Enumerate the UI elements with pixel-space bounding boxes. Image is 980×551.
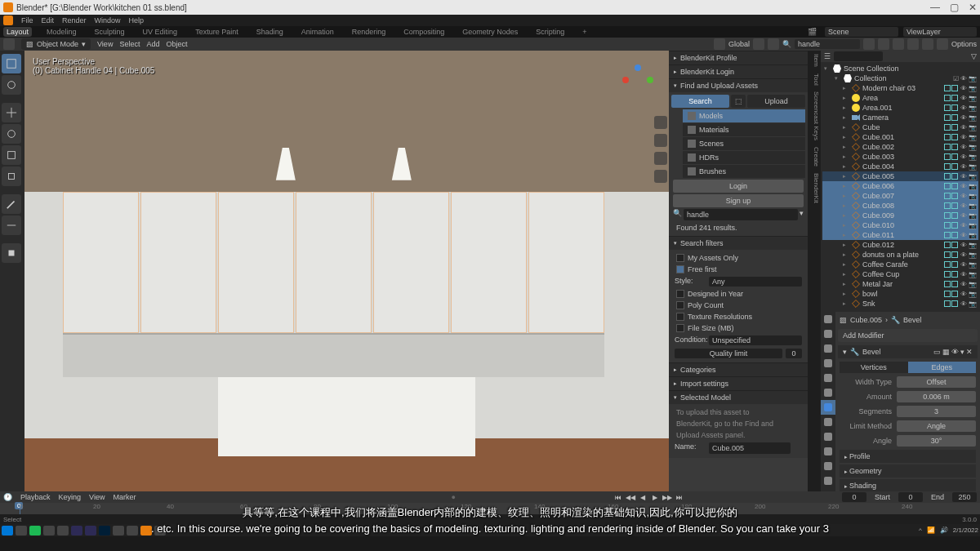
selected-model-panel[interactable]: Selected Model: [669, 390, 808, 404]
timeline-marker[interactable]: Marker: [113, 493, 136, 501]
tab-create[interactable]: Create: [808, 147, 820, 167]
prop-tab-object[interactable]: [821, 385, 835, 400]
tex-res-checkbox[interactable]: [676, 313, 684, 321]
asset-type-hdrs[interactable]: HDRs: [683, 151, 805, 164]
designed-year-checkbox[interactable]: [676, 290, 684, 298]
rotate-tool[interactable]: [2, 124, 21, 144]
tree-scene-collection[interactable]: ▾ Scene Collection: [822, 64, 978, 73]
tree-item[interactable]: ▸donuts on a plate👁📷: [822, 250, 978, 260]
camera-view-icon[interactable]: [654, 152, 667, 165]
free-first-checkbox[interactable]: [676, 265, 684, 273]
minimize-button[interactable]: —: [930, 2, 940, 13]
menu-file[interactable]: File: [21, 16, 33, 24]
zoom-icon[interactable]: [654, 116, 667, 129]
mod-edit-icon[interactable]: ▦: [942, 348, 950, 356]
prop-tab-render[interactable]: [821, 312, 835, 327]
start-frame-input[interactable]: [898, 492, 923, 502]
scale-tool[interactable]: [2, 145, 21, 165]
tree-item[interactable]: ▸Cube.011👁📷: [822, 230, 978, 240]
prop-tab-modifiers[interactable]: [821, 400, 835, 415]
prop-tab-data[interactable]: [821, 459, 835, 473]
blenderkit-search-input[interactable]: [684, 209, 798, 220]
tree-collection[interactable]: ▾ Collection ☑👁📷: [822, 73, 978, 83]
mod-realtime-icon[interactable]: 👁: [951, 348, 959, 356]
timeline-view[interactable]: View: [89, 493, 105, 501]
bevel-edges-tab[interactable]: Edges: [908, 362, 977, 373]
shading-wire-icon[interactable]: [893, 38, 904, 50]
shading-rendered-icon[interactable]: [937, 38, 948, 50]
prop-tab-output[interactable]: [821, 327, 835, 341]
options-dropdown[interactable]: Options: [951, 40, 977, 48]
add-cube-tool[interactable]: [2, 243, 21, 263]
tree-item[interactable]: ▸Snk👁📷: [822, 299, 978, 309]
tree-item[interactable]: ▸Metal Jar👁📷: [822, 279, 978, 289]
tree-item[interactable]: ▸Cube.010👁📷: [822, 220, 978, 230]
add-modifier-button[interactable]: Add Modifier: [838, 329, 978, 342]
asset-type-models[interactable]: Models: [683, 109, 805, 122]
asset-type-scenes[interactable]: Scenes: [683, 137, 805, 150]
mod-menu-icon[interactable]: ▾: [960, 348, 964, 356]
play-reverse-icon[interactable]: ◀: [638, 493, 648, 501]
header-select[interactable]: Select: [119, 40, 140, 48]
next-key-icon[interactable]: ▶▶: [662, 493, 672, 501]
tree-item[interactable]: ▸Cube.009👁📷: [822, 211, 978, 220]
mid-tab[interactable]: ⬚: [731, 95, 746, 108]
tree-item[interactable]: ▸Cube.006👁📷: [822, 181, 978, 191]
menu-window[interactable]: Window: [95, 16, 121, 24]
workspace-sculpting[interactable]: Sculpting: [91, 27, 128, 37]
prop-tab-particles[interactable]: [821, 415, 835, 429]
blenderkit-profile-panel[interactable]: BlenderKit Profile: [669, 51, 808, 64]
prop-tab-viewlayer[interactable]: [821, 341, 835, 356]
filter-icon[interactable]: ▽: [971, 52, 977, 60]
mode-select[interactable]: ▨ Object Mode ▾: [21, 38, 91, 50]
select-box-tool[interactable]: [2, 54, 21, 73]
tree-item[interactable]: ▸Coffee Carafe👁📷: [822, 260, 978, 269]
angle-input[interactable]: 30°: [897, 435, 976, 447]
shading-solid-icon[interactable]: [907, 38, 919, 50]
workspace-modeling[interactable]: Modeling: [43, 27, 80, 37]
cursor-tool[interactable]: [2, 75, 21, 95]
header-object[interactable]: Object: [166, 40, 187, 48]
workspace-texpaint[interactable]: Texture Paint: [192, 27, 242, 37]
scene-select[interactable]: [825, 27, 898, 37]
search-clear-icon[interactable]: ▾: [800, 209, 804, 220]
tree-item[interactable]: ▸Cube.012👁📷: [822, 240, 978, 250]
amount-input[interactable]: 0.006 m: [897, 391, 976, 402]
style-select[interactable]: Any: [709, 277, 802, 287]
tree-item[interactable]: ▸Cube.003👁📷: [822, 152, 978, 162]
tab-item[interactable]: Item: [808, 54, 820, 67]
workspace-compositing[interactable]: Compositing: [400, 27, 448, 37]
play-icon[interactable]: ▶: [650, 493, 660, 501]
prop-tab-scene[interactable]: [821, 356, 835, 371]
render-icon[interactable]: 📷: [969, 75, 977, 82]
quality-limit[interactable]: Quality limit: [675, 349, 782, 358]
3d-viewport[interactable]: User Perspective (0) Cabinet Handle 04 |…: [24, 51, 669, 491]
asset-type-brushes[interactable]: Brushes: [683, 165, 805, 178]
limit-method-select[interactable]: Angle: [897, 420, 976, 432]
tab-screencast-keys[interactable]: Screencast Keys: [808, 91, 820, 140]
annotate-tool[interactable]: [2, 194, 21, 214]
menu-edit[interactable]: Edit: [42, 16, 55, 24]
workspace-shading[interactable]: Shading: [253, 27, 287, 37]
tree-item[interactable]: ▸Area👁📷: [822, 93, 978, 103]
perspective-icon[interactable]: [654, 170, 667, 183]
bevel-vertices-tab[interactable]: Vertices: [840, 362, 908, 373]
transform-tool[interactable]: [2, 167, 21, 186]
prev-key-icon[interactable]: ◀◀: [626, 493, 635, 501]
file-size-checkbox[interactable]: [676, 324, 684, 332]
tree-item[interactable]: ▸bowl👁📷: [822, 289, 978, 299]
upload-tab[interactable]: Upload: [747, 95, 805, 108]
poly-count-checkbox[interactable]: [676, 301, 684, 309]
close-button[interactable]: ✕: [969, 2, 977, 13]
condition-select[interactable]: Unspecified: [709, 335, 802, 345]
prop-tab-physics[interactable]: [821, 429, 835, 444]
end-frame-input[interactable]: [952, 492, 977, 502]
overlay-icon[interactable]: [863, 38, 875, 50]
navigation-gizmo[interactable]: [618, 60, 659, 101]
tree-item[interactable]: ▸Cube.005👁📷: [822, 171, 978, 181]
jump-end-icon[interactable]: ⏭: [675, 493, 684, 501]
geometry-subpanel[interactable]: Geometry: [840, 464, 976, 478]
jump-start-icon[interactable]: ⏮: [613, 493, 623, 501]
modifier-header[interactable]: ▾🔧Bevel ▭ ▦ 👁 ▾ ✕: [838, 345, 978, 358]
orientation-select[interactable]: Global: [728, 40, 750, 48]
